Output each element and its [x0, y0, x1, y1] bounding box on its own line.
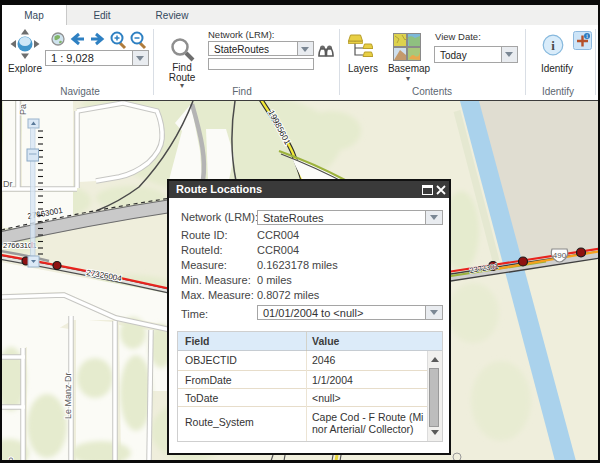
svg-text:i: i: [551, 38, 555, 53]
svg-text:Le Manz Dr: Le Manz Dr: [63, 372, 73, 419]
svg-text:Dr: Dr: [3, 179, 13, 189]
svg-text:P: P: [7, 457, 17, 460]
svg-text:490: 490: [553, 251, 567, 260]
svg-text:Pa: Pa: [18, 104, 28, 115]
